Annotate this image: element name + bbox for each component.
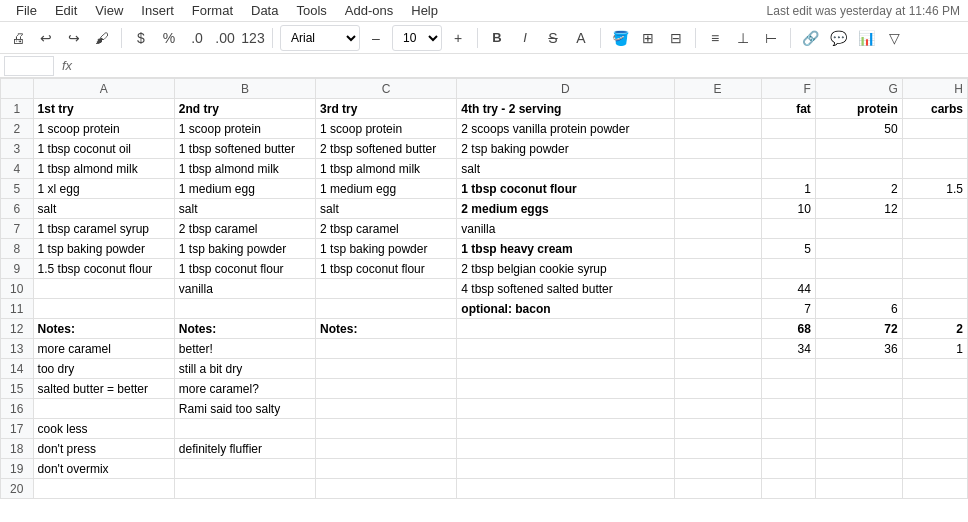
row-header-8[interactable]: 8 <box>1 239 34 259</box>
italic-button[interactable]: I <box>513 26 537 50</box>
cell-9-c[interactable]: 1 tbsp coconut flour <box>316 259 457 279</box>
cell-3-g[interactable] <box>815 139 902 159</box>
cell-10-e[interactable] <box>674 279 761 299</box>
cell-4-c[interactable]: 1 tbsp almond milk <box>316 159 457 179</box>
align-left-button[interactable]: ≡ <box>703 26 727 50</box>
cell-6-h[interactable] <box>902 199 967 219</box>
increase-decimal-button[interactable]: .00 <box>213 26 237 50</box>
cell-3-b[interactable]: 1 tbsp softened butter <box>174 139 315 159</box>
cell-20-f[interactable] <box>761 479 815 499</box>
filter-button[interactable]: ▽ <box>882 26 906 50</box>
cell-20-d[interactable] <box>457 479 674 499</box>
cell-18-g[interactable] <box>815 439 902 459</box>
cell-14-h[interactable] <box>902 359 967 379</box>
row-header-14[interactable]: 14 <box>1 359 34 379</box>
cell-15-d[interactable] <box>457 379 674 399</box>
cell-12-e[interactable] <box>674 319 761 339</box>
cell-10-c[interactable] <box>316 279 457 299</box>
cell-16-e[interactable] <box>674 399 761 419</box>
row-header-16[interactable]: 16 <box>1 399 34 419</box>
cell-10-a[interactable] <box>33 279 174 299</box>
cell-3-a[interactable]: 1 tbsp coconut oil <box>33 139 174 159</box>
cell-1-a[interactable]: 1st try <box>33 99 174 119</box>
cell-3-c[interactable]: 2 tbsp softened butter <box>316 139 457 159</box>
formula-input[interactable] <box>80 56 964 76</box>
align-right-button[interactable]: ⊢ <box>759 26 783 50</box>
cell-8-f[interactable]: 5 <box>761 239 815 259</box>
cell-16-b[interactable]: Rami said too salty <box>174 399 315 419</box>
cell-11-e[interactable] <box>674 299 761 319</box>
cell-10-f[interactable]: 44 <box>761 279 815 299</box>
undo-button[interactable]: ↩ <box>34 26 58 50</box>
menu-help[interactable]: Help <box>403 1 446 20</box>
cell-14-e[interactable] <box>674 359 761 379</box>
cell-2-d[interactable]: 2 scoops vanilla protein powder <box>457 119 674 139</box>
cell-2-c[interactable]: 1 scoop protein <box>316 119 457 139</box>
paintformat-button[interactable]: 🖌 <box>90 26 114 50</box>
cell-7-d[interactable]: vanilla <box>457 219 674 239</box>
cell-3-e[interactable] <box>674 139 761 159</box>
cell-15-a[interactable]: salted butter = better <box>33 379 174 399</box>
cell-14-d[interactable] <box>457 359 674 379</box>
cell-13-d[interactable] <box>457 339 674 359</box>
cell-10-g[interactable] <box>815 279 902 299</box>
print-button[interactable]: 🖨 <box>6 26 30 50</box>
menu-edit[interactable]: Edit <box>47 1 85 20</box>
cell-15-b[interactable]: more caramel? <box>174 379 315 399</box>
cell-14-g[interactable] <box>815 359 902 379</box>
cell-17-c[interactable] <box>316 419 457 439</box>
cell-5-a[interactable]: 1 xl egg <box>33 179 174 199</box>
col-header-e[interactable]: E <box>674 79 761 99</box>
cell-17-f[interactable] <box>761 419 815 439</box>
row-header-10[interactable]: 10 <box>1 279 34 299</box>
cell-4-f[interactable] <box>761 159 815 179</box>
row-header-5[interactable]: 5 <box>1 179 34 199</box>
cell-16-h[interactable] <box>902 399 967 419</box>
cell-17-h[interactable] <box>902 419 967 439</box>
comment-button[interactable]: 💬 <box>826 26 850 50</box>
cell-8-d[interactable]: 1 tbsp heavy cream <box>457 239 674 259</box>
cell-9-e[interactable] <box>674 259 761 279</box>
borders-button[interactable]: ⊞ <box>636 26 660 50</box>
cell-19-f[interactable] <box>761 459 815 479</box>
cell-14-a[interactable]: too dry <box>33 359 174 379</box>
cell-2-a[interactable]: 1 scoop protein <box>33 119 174 139</box>
row-header-4[interactable]: 4 <box>1 159 34 179</box>
cell-17-e[interactable] <box>674 419 761 439</box>
cell-19-b[interactable] <box>174 459 315 479</box>
cell-14-b[interactable]: still a bit dry <box>174 359 315 379</box>
row-header-20[interactable]: 20 <box>1 479 34 499</box>
cell-15-g[interactable] <box>815 379 902 399</box>
currency-button[interactable]: $ <box>129 26 153 50</box>
cell-12-f[interactable]: 68 <box>761 319 815 339</box>
cell-3-h[interactable] <box>902 139 967 159</box>
cell-4-g[interactable] <box>815 159 902 179</box>
cell-1-e[interactable] <box>674 99 761 119</box>
font-size-selector[interactable]: 10 <box>392 25 442 51</box>
menu-view[interactable]: View <box>87 1 131 20</box>
bold-button[interactable]: B <box>485 26 509 50</box>
cell-12-a[interactable]: Notes: <box>33 319 174 339</box>
cell-4-a[interactable]: 1 tbsp almond milk <box>33 159 174 179</box>
row-header-9[interactable]: 9 <box>1 259 34 279</box>
cell-16-f[interactable] <box>761 399 815 419</box>
menu-data[interactable]: Data <box>243 1 286 20</box>
cell-15-f[interactable] <box>761 379 815 399</box>
cell-11-c[interactable] <box>316 299 457 319</box>
menu-format[interactable]: Format <box>184 1 241 20</box>
cell-18-f[interactable] <box>761 439 815 459</box>
cell-8-g[interactable] <box>815 239 902 259</box>
cell-17-g[interactable] <box>815 419 902 439</box>
cell-20-c[interactable] <box>316 479 457 499</box>
cell-5-c[interactable]: 1 medium egg <box>316 179 457 199</box>
cell-20-a[interactable] <box>33 479 174 499</box>
cell-9-g[interactable] <box>815 259 902 279</box>
align-middle-button[interactable]: ⊥ <box>731 26 755 50</box>
cell-20-e[interactable] <box>674 479 761 499</box>
cell-4-b[interactable]: 1 tbsp almond milk <box>174 159 315 179</box>
cell-7-c[interactable]: 2 tbsp caramel <box>316 219 457 239</box>
cell-4-e[interactable] <box>674 159 761 179</box>
cell-1-g[interactable]: protein <box>815 99 902 119</box>
cell-13-g[interactable]: 36 <box>815 339 902 359</box>
row-header-18[interactable]: 18 <box>1 439 34 459</box>
